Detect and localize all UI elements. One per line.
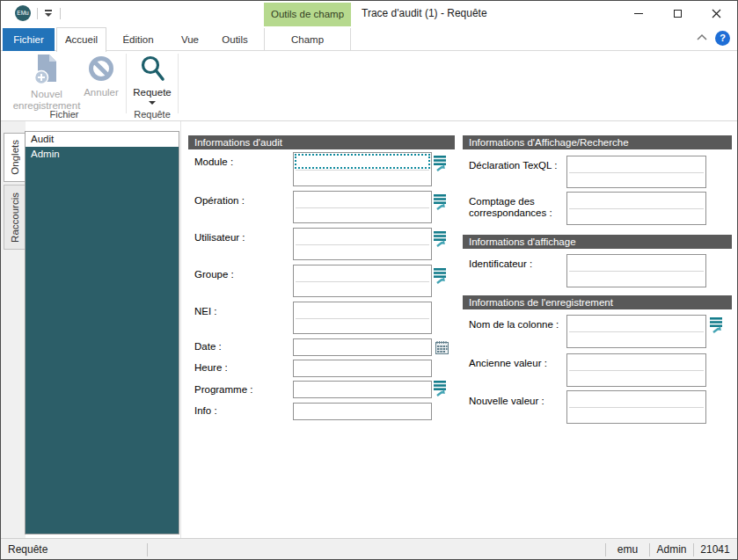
list-item-admin[interactable]: Admin <box>26 147 179 162</box>
autofill-icon <box>434 380 447 396</box>
close-button[interactable] <box>697 1 735 26</box>
ribbon-group-fichier: Fichier <box>4 109 124 120</box>
status-cell-user: Admin <box>650 543 693 556</box>
collapse-ribbon-button[interactable] <box>696 33 708 43</box>
status-bar: Requête emu Admin 21041 <box>1 538 737 560</box>
heure-input[interactable] <box>293 360 432 377</box>
dropdown-arrow-icon <box>149 101 156 105</box>
query-label: Requete <box>129 87 175 98</box>
maximize-button[interactable] <box>658 1 697 26</box>
cancel-label: Annuler <box>77 87 126 98</box>
section-header-enregistrement: Informations de l'enregistrement <box>463 295 732 309</box>
quick-access-customize-icon[interactable] <box>44 10 53 18</box>
utilisateur-input[interactable] <box>293 228 432 260</box>
identificateur-input[interactable] <box>566 254 706 287</box>
tab-edition[interactable]: Édition <box>112 28 164 51</box>
divider <box>37 8 38 19</box>
module-input[interactable] <box>293 152 432 186</box>
section-header-affichage-recherche: Informations d'Affichage/Recherche <box>463 135 732 149</box>
tab-outils[interactable]: Outils <box>210 28 259 51</box>
field-label-nouvelle-valeur: Nouvelle valeur : <box>469 396 564 407</box>
field-label-programme: Programme : <box>194 384 289 396</box>
autofill-icon <box>434 230 447 247</box>
field-label-ancienne-valeur: Ancienne valeur : <box>469 358 564 369</box>
close-icon <box>712 9 721 18</box>
tab-accueil[interactable]: Accueil <box>56 27 106 52</box>
field-label-comptage: Comptage des correspondances : <box>469 196 564 219</box>
field-label-info: Info : <box>194 405 289 417</box>
tab-list-panel: Audit Admin <box>25 131 179 535</box>
contextual-tab-group-header: Outils de champ <box>264 3 351 26</box>
field-label-heure: Heure : <box>194 362 289 374</box>
ribbon-group-requete: Requête <box>128 109 177 120</box>
chevron-up-icon <box>696 33 708 41</box>
field-label-identificateur: Identificateur : <box>469 258 564 270</box>
nom-colonne-input[interactable] <box>566 315 706 348</box>
field-label-nei: NEI : <box>194 306 289 317</box>
search-icon <box>139 54 165 84</box>
comptage-input[interactable] <box>566 192 706 225</box>
nouvelle-valeur-input[interactable] <box>566 390 706 424</box>
field-label-date: Date : <box>194 341 289 353</box>
autofill-icon <box>434 193 447 210</box>
divider <box>147 543 148 556</box>
field-label-module: Module : <box>194 156 289 168</box>
operation-input[interactable] <box>293 191 432 223</box>
query-button[interactable]: Requete <box>129 54 175 105</box>
field-label-texql: Déclaration TexQL : <box>469 160 564 171</box>
nei-input[interactable] <box>293 302 432 334</box>
ancienne-valeur-input[interactable] <box>566 353 706 387</box>
ribbon: Nouvel enregistrement Annuler Requete Fi… <box>1 51 737 121</box>
cancel-button[interactable]: Annuler <box>77 54 126 98</box>
new-record-icon <box>33 54 61 85</box>
cancel-icon <box>88 54 114 84</box>
field-label-nom-colonne: Nom de la colonne : <box>469 319 564 331</box>
divider <box>178 54 179 113</box>
vertical-tab-onglets[interactable]: Onglets <box>4 133 25 182</box>
texql-input[interactable] <box>566 156 706 188</box>
minimize-button[interactable] <box>619 1 658 26</box>
field-label-groupe: Groupe : <box>194 269 289 280</box>
vertical-tab-raccourcis-label: Raccourcis <box>10 193 20 243</box>
calendar-icon[interactable] <box>435 340 449 354</box>
window-title: Trace d'audit (1) - Requête <box>362 7 487 19</box>
tab-vue[interactable]: Vue <box>170 28 210 51</box>
divider <box>60 8 61 19</box>
section-header-audit: Informations d'audit <box>188 135 455 149</box>
vertical-tab-onglets-label: Onglets <box>10 140 20 175</box>
module-focused-cell[interactable] <box>295 154 430 169</box>
status-cell-server: emu <box>606 543 649 556</box>
field-label-utilisateur: Utilisateur : <box>194 232 289 244</box>
tab-fichier[interactable]: Fichier <box>3 28 55 51</box>
field-label-operation: Opération : <box>194 195 289 207</box>
app-logo: EMu <box>15 5 31 21</box>
tab-champ[interactable]: Champ <box>264 28 351 51</box>
divider <box>180 121 181 538</box>
groupe-input[interactable] <box>293 265 432 297</box>
programme-input[interactable] <box>293 381 432 398</box>
divider <box>126 54 127 113</box>
status-cell-number: 21041 <box>694 543 736 556</box>
status-mode: Requête <box>8 543 47 556</box>
maximize-icon <box>674 10 682 18</box>
info-input[interactable] <box>293 403 432 420</box>
vertical-tab-raccourcis[interactable]: Raccourcis <box>4 185 25 250</box>
minimize-icon <box>634 13 643 14</box>
help-button[interactable]: ? <box>715 31 730 46</box>
list-item-audit[interactable]: Audit <box>26 132 179 147</box>
section-header-affichage: Informations d'affichage <box>463 235 732 249</box>
date-input[interactable] <box>293 338 432 356</box>
autofill-icon <box>710 316 723 333</box>
app-window: EMu Outils de champ Trace d'audit (1) - … <box>0 0 738 560</box>
autofill-icon <box>434 155 447 171</box>
autofill-icon <box>434 267 447 284</box>
